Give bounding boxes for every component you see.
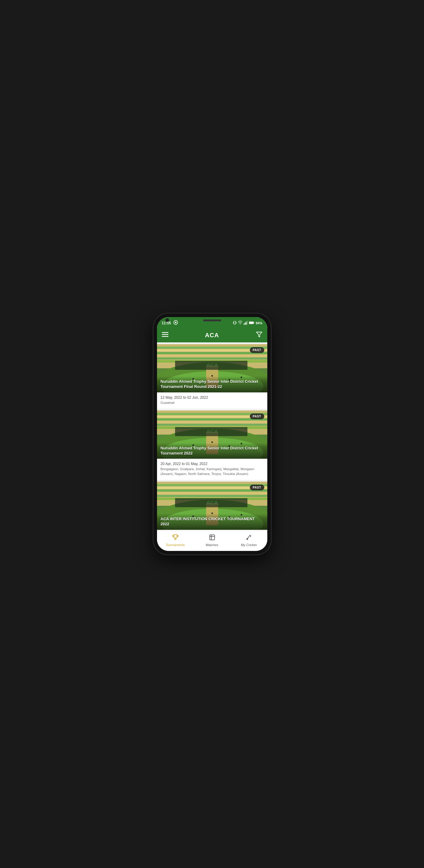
card-info-1: 12 May, 2022 to 02 Jun, 2022 Guwahati <box>157 393 267 409</box>
nav-tournaments-label: Tournaments <box>166 543 185 547</box>
phone-camera <box>165 318 169 322</box>
tournament-card[interactable]: ACA PAST ACA INTER INSTITUTION CRICKET T… <box>157 482 267 531</box>
svg-rect-23 <box>157 358 267 360</box>
past-badge-1: PAST <box>250 347 264 353</box>
matches-icon <box>209 534 215 542</box>
status-right: 94% <box>233 321 262 326</box>
svg-rect-7 <box>245 322 246 324</box>
card-location-1: Guwahati <box>161 401 264 405</box>
past-badge-3: PAST <box>250 485 264 490</box>
svg-rect-3 <box>236 322 237 324</box>
card-title-1: Nuruddin Ahmed Trophy Senior Inter Distr… <box>157 376 267 393</box>
vibrate-icon <box>233 321 237 326</box>
svg-rect-22 <box>157 355 267 357</box>
past-badge-2: PAST <box>250 413 264 419</box>
app-title: ACA <box>205 332 219 339</box>
card-info-2: 20 Apr, 2022 to 01 May, 2022 Bongaigaon,… <box>157 459 267 480</box>
card-location-2: Bongaigaon, Goalpara, Jorhat, Karimganj,… <box>161 467 264 476</box>
svg-rect-41 <box>157 424 267 426</box>
card-image-3: ACA PAST ACA INTER INSTITUTION CRICKET T… <box>157 482 267 530</box>
tournament-card[interactable]: ACA PAST Nuruddin Ahmed Trophy Senior In… <box>157 344 267 409</box>
nav-my-cricket[interactable]: My Cricket <box>231 533 267 548</box>
svg-rect-15 <box>162 336 169 337</box>
nav-matches-label: Matches <box>206 543 218 547</box>
tournament-list: ACA PAST Nuruddin Ahmed Trophy Senior In… <box>157 342 267 531</box>
svg-line-74 <box>246 535 250 540</box>
wifi-icon <box>238 321 242 326</box>
nav-matches[interactable]: Matches <box>194 533 231 548</box>
svg-rect-39 <box>157 418 267 421</box>
phone-speaker <box>203 319 221 321</box>
nav-tournaments[interactable]: Tournaments <box>157 533 194 548</box>
svg-rect-40 <box>157 421 267 423</box>
svg-text:ACA: ACA <box>206 362 218 368</box>
trophy-icon <box>172 534 179 542</box>
svg-rect-21 <box>157 352 267 354</box>
status-left: 11:55 <box>162 319 179 327</box>
svg-rect-11 <box>254 322 254 323</box>
svg-rect-71 <box>209 535 215 540</box>
svg-rect-2 <box>233 322 234 324</box>
svg-text:ACA: ACA <box>206 429 218 435</box>
svg-marker-16 <box>256 332 262 337</box>
status-bar: 11:55 <box>157 317 267 328</box>
card-dates-2: 20 Apr, 2022 to 01 May, 2022 <box>161 462 264 466</box>
battery-percent: 94% <box>255 321 262 325</box>
phone-screen: 11:55 <box>157 317 267 551</box>
card-image-1: ACA PAST Nuruddin Ahmed Trophy Senior In… <box>157 344 267 393</box>
cricket-bat-icon <box>246 534 252 542</box>
svg-text:ACA: ACA <box>206 500 218 506</box>
svg-rect-14 <box>162 334 169 335</box>
filter-button[interactable] <box>256 331 263 339</box>
svg-rect-4 <box>234 321 236 324</box>
battery-icon <box>249 321 254 326</box>
svg-rect-8 <box>246 321 246 324</box>
phone-device: 11:55 <box>153 313 271 555</box>
bottom-nav: Tournaments Matches <box>157 531 267 551</box>
svg-rect-57 <box>157 490 267 492</box>
nav-my-cricket-label: My Cricket <box>241 543 257 547</box>
svg-rect-13 <box>162 332 169 333</box>
hamburger-menu-button[interactable] <box>162 332 169 338</box>
tournament-card[interactable]: ACA PAST Nuruddin Ahmed Trophy Senior In… <box>157 410 267 480</box>
app-header: ACA <box>157 328 267 342</box>
svg-point-5 <box>240 324 241 324</box>
svg-rect-9 <box>247 321 248 324</box>
card-title-2: Nuruddin Ahmed Trophy Senior Inter Distr… <box>157 443 267 459</box>
svg-rect-12 <box>249 322 253 324</box>
svg-point-1 <box>175 322 177 323</box>
sim-icon <box>173 319 179 327</box>
svg-rect-58 <box>157 492 267 494</box>
card-dates-1: 12 May, 2022 to 02 Jun, 2022 <box>161 396 264 400</box>
card-title-3: ACA INTER INSTITUTION CRICKET TOURNAMENT… <box>157 514 267 530</box>
card-image-2: ACA PAST Nuruddin Ahmed Trophy Senior In… <box>157 410 267 459</box>
svg-rect-59 <box>157 495 267 497</box>
signal-icon <box>243 321 248 326</box>
svg-rect-6 <box>244 323 244 324</box>
